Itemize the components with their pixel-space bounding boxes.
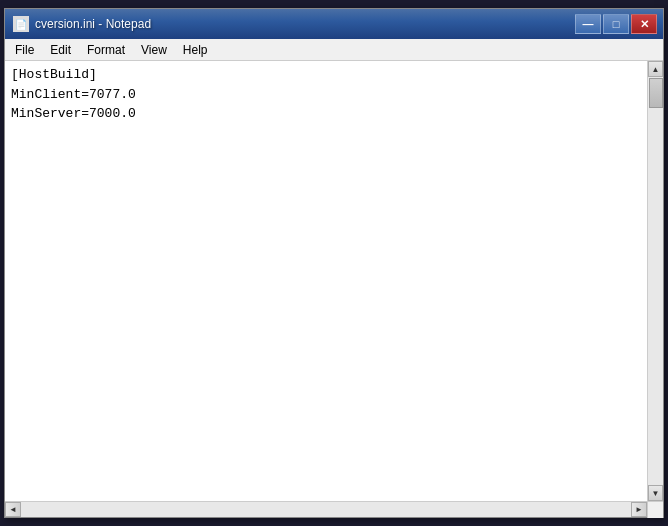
- editor-scrollable: [5, 61, 647, 501]
- maximize-button[interactable]: □: [603, 14, 629, 34]
- scroll-up-button[interactable]: ▲: [648, 61, 663, 77]
- scroll-thumb-v[interactable]: [649, 78, 663, 108]
- text-editor[interactable]: [5, 61, 647, 501]
- scroll-track-h[interactable]: [21, 502, 631, 517]
- title-bar: 📄 cversion.ini - Notepad — □ ✕: [5, 9, 663, 39]
- title-bar-left: 📄 cversion.ini - Notepad: [13, 16, 151, 32]
- horizontal-scrollbar: ◄ ►: [5, 502, 647, 517]
- menu-format[interactable]: Format: [79, 39, 133, 60]
- editor-container: ▲ ▼: [5, 61, 663, 501]
- horizontal-scrollbar-container: ◄ ►: [5, 501, 663, 517]
- window-title: cversion.ini - Notepad: [35, 17, 151, 31]
- scrollbar-corner: [647, 502, 663, 518]
- menu-bar: File Edit Format View Help: [5, 39, 663, 61]
- scroll-left-button[interactable]: ◄: [5, 502, 21, 517]
- menu-edit[interactable]: Edit: [42, 39, 79, 60]
- close-button[interactable]: ✕: [631, 14, 657, 34]
- minimize-button[interactable]: —: [575, 14, 601, 34]
- menu-help[interactable]: Help: [175, 39, 216, 60]
- menu-file[interactable]: File: [7, 39, 42, 60]
- app-icon: 📄: [13, 16, 29, 32]
- window-controls: — □ ✕: [575, 14, 657, 34]
- scroll-down-button[interactable]: ▼: [648, 485, 663, 501]
- scroll-right-button[interactable]: ►: [631, 502, 647, 517]
- scroll-track-v[interactable]: [648, 77, 663, 485]
- vertical-scrollbar: ▲ ▼: [647, 61, 663, 501]
- notepad-window: 📄 cversion.ini - Notepad — □ ✕ File Edit…: [4, 8, 664, 518]
- menu-view[interactable]: View: [133, 39, 175, 60]
